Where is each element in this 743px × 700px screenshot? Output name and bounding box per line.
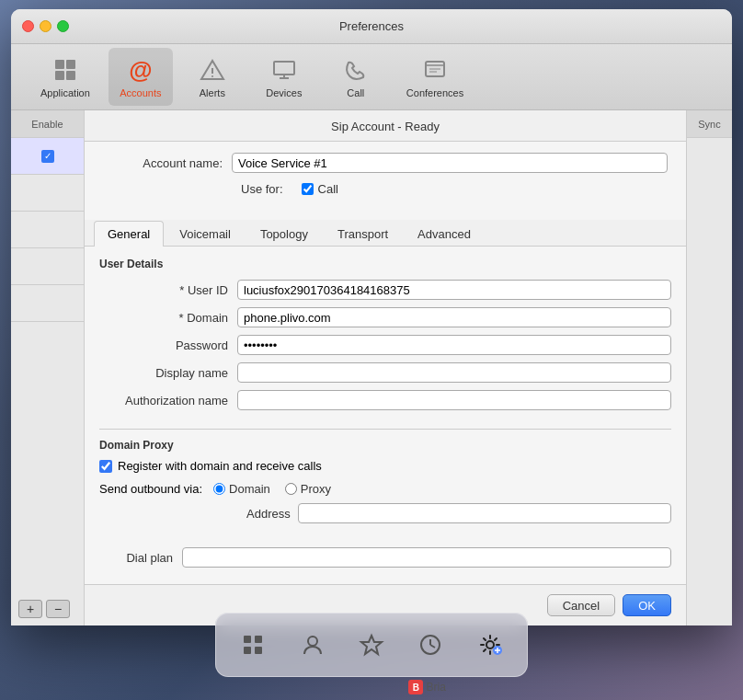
sidebar-list: ✓ — [11, 138, 84, 592]
toolbar: Application @ Accounts Alerts — [11, 44, 732, 110]
dock-grid-icon[interactable] — [234, 625, 271, 664]
user-id-input[interactable] — [237, 280, 671, 300]
conferences-icon — [420, 55, 450, 85]
sidebar: Enable ✓ + − — [11, 110, 85, 625]
register-row: Register with domain and receive calls — [99, 459, 671, 473]
svg-marker-19 — [361, 636, 382, 654]
tab-topology[interactable]: Topology — [246, 221, 322, 247]
close-button[interactable] — [22, 20, 34, 32]
domain-radio[interactable] — [213, 483, 225, 495]
bria-logo-icon: B — [408, 680, 423, 694]
radio-group: Domain Proxy — [213, 482, 331, 496]
proxy-radio[interactable] — [285, 483, 297, 495]
toolbar-item-accounts[interactable]: @ Accounts — [109, 48, 173, 106]
register-label: Register with domain and receive calls — [118, 459, 322, 473]
domain-input[interactable] — [237, 307, 671, 327]
toolbar-item-conferences[interactable]: Conferences — [395, 48, 474, 106]
register-checkbox[interactable] — [99, 460, 112, 473]
tab-bar: General Voicemail Topology Transport Adv… — [85, 220, 686, 247]
account-name-input[interactable] — [232, 153, 668, 173]
form-panel: Sip Account - Ready Account name: Use fo… — [85, 110, 686, 625]
devices-label: Devices — [266, 87, 302, 98]
password-input[interactable] — [237, 335, 671, 355]
sidebar-item-3[interactable] — [11, 212, 84, 248]
tab-advanced[interactable]: Advanced — [404, 221, 485, 247]
title-bar: Preferences — [11, 9, 732, 44]
conferences-label: Conferences — [406, 87, 463, 98]
sidebar-item-4[interactable] — [11, 248, 84, 285]
use-for-row: Use for: Call — [241, 182, 668, 196]
maximize-button[interactable] — [57, 20, 69, 32]
auth-name-input[interactable] — [237, 390, 671, 410]
svg-rect-16 — [244, 647, 251, 654]
accounts-label: Accounts — [120, 87, 161, 98]
minimize-button[interactable] — [40, 20, 51, 32]
sidebar-item-2[interactable] — [11, 175, 84, 212]
dial-plan-input[interactable] — [182, 547, 671, 568]
proxy-option-text: Proxy — [301, 482, 331, 496]
svg-rect-17 — [255, 647, 262, 654]
toolbar-item-call[interactable]: Call — [324, 48, 388, 106]
dock-settings-icon[interactable] — [472, 625, 509, 664]
alerts-label: Alerts — [200, 87, 225, 98]
dial-plan-label: Dial plan — [99, 551, 173, 565]
dock-bar — [215, 613, 528, 677]
sync-header: Sync — [687, 110, 732, 138]
svg-rect-1 — [66, 60, 75, 69]
password-row: Password — [99, 335, 671, 355]
address-input[interactable] — [298, 503, 671, 523]
address-label: Address — [246, 507, 291, 521]
call-icon — [341, 55, 371, 85]
preferences-window: Preferences Application @ Accounts — [11, 9, 732, 625]
toolbar-item-devices[interactable]: Devices — [252, 48, 316, 106]
domain-proxy-title: Domain Proxy — [99, 439, 671, 452]
display-name-label: Display name — [99, 366, 237, 380]
domain-proxy-section: Domain Proxy Register with domain and re… — [85, 430, 686, 540]
user-details-section: User Details * User ID * Domain Password — [85, 247, 686, 429]
send-outbound-label: Send outbound via: — [99, 482, 202, 496]
use-for-call-checkbox[interactable] — [302, 183, 314, 195]
application-icon — [51, 55, 80, 85]
use-for-call-text: Call — [318, 182, 338, 196]
sidebar-item-5[interactable] — [11, 285, 84, 322]
sidebar-header: Enable — [11, 110, 84, 138]
account-name-label: Account name: — [103, 156, 232, 170]
user-details-title: User Details — [99, 258, 671, 270]
toolbar-item-alerts[interactable]: Alerts — [180, 48, 245, 106]
tab-voicemail[interactable]: Voicemail — [166, 221, 245, 247]
user-id-row: * User ID — [99, 280, 671, 300]
domain-radio-label: Domain — [213, 482, 270, 496]
dock-person-icon[interactable] — [293, 625, 330, 664]
sidebar-account-item[interactable]: ✓ — [11, 138, 84, 175]
domain-option-text: Domain — [229, 482, 270, 496]
svg-rect-7 — [274, 62, 294, 75]
toolbar-item-application[interactable]: Application — [29, 48, 101, 106]
auth-name-row: Authorization name — [99, 390, 671, 410]
spacer — [85, 575, 686, 584]
send-outbound-row: Send outbound via: Domain Proxy — [99, 482, 671, 496]
user-id-label: * User ID — [99, 283, 237, 297]
svg-rect-15 — [255, 636, 262, 643]
tab-transport[interactable]: Transport — [324, 221, 402, 247]
address-row: Address — [246, 503, 671, 523]
devices-icon — [269, 55, 299, 85]
domain-row: * Domain — [99, 307, 671, 327]
domain-label: * Domain — [99, 311, 237, 325]
bria-app-name: Bria — [426, 681, 445, 694]
dock-clock-icon[interactable] — [412, 625, 449, 664]
svg-rect-14 — [244, 636, 251, 643]
account-header: Sip Account - Ready — [85, 110, 686, 142]
svg-point-23 — [486, 641, 494, 648]
call-label: Call — [347, 87, 364, 98]
display-name-input[interactable] — [237, 362, 671, 383]
alerts-icon — [198, 55, 227, 85]
auth-name-label: Authorization name — [99, 394, 237, 407]
content-area: Enable ✓ + − Sip Account - Ready — [11, 110, 732, 625]
dock-area: B Bria — [0, 613, 743, 700]
proxy-radio-label: Proxy — [285, 482, 331, 496]
tab-general[interactable]: General — [94, 221, 164, 247]
dock-star-icon[interactable] — [353, 625, 390, 664]
svg-point-6 — [211, 75, 213, 77]
application-label: Application — [40, 87, 90, 98]
bria-label: B Bria — [408, 680, 445, 694]
